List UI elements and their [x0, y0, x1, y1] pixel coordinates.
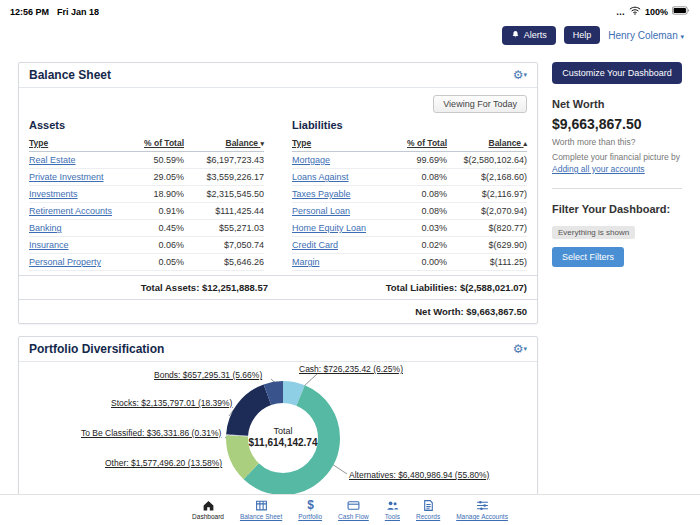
liability-row: Mortgage99.69%$(2,580,102.64): [292, 152, 527, 169]
net-worth-total: Net Worth: $9,663,867.50: [19, 299, 537, 323]
table-icon: [255, 499, 268, 512]
liabilities-title: Liabilities: [292, 119, 527, 131]
pct-of-total-cell: 0.08%: [395, 186, 447, 203]
tab-label: Cash Flow: [338, 513, 369, 520]
tab-portfolio[interactable]: $Portfolio: [298, 499, 322, 520]
pct-of-total-cell: 18.90%: [132, 186, 184, 203]
tab-dashboard[interactable]: Dashboard: [192, 499, 224, 520]
assets-section: Assets Type % of Total Balance ▾ Real Es…: [29, 117, 264, 271]
pct-of-total-cell: 0.06%: [132, 237, 184, 254]
liabilities-section: Liabilities Type % of Total Balance ▴ Mo…: [292, 117, 527, 271]
loans-against-link[interactable]: Loans Against: [292, 172, 349, 182]
chart-label-alternatives[interactable]: Alternatives: $6,480,986.94 (55.80%): [349, 470, 489, 480]
tab-balance-sheet[interactable]: Balance Sheet: [240, 499, 282, 520]
pct-of-total-cell: 0.00%: [395, 254, 447, 271]
assets-title: Assets: [29, 119, 264, 131]
insurance-link[interactable]: Insurance: [29, 240, 69, 250]
battery-percent: 100%: [645, 7, 668, 17]
cellular-icon: …: [616, 7, 625, 17]
credit-card-link[interactable]: Credit Card: [292, 240, 338, 250]
chart-label-to-be-classified[interactable]: To Be Classified: $36,331.86 (0.31%): [81, 428, 221, 438]
balance-cell: $(2,070.94): [447, 203, 527, 220]
home-equity-loan-link[interactable]: Home Equity Loan: [292, 223, 366, 233]
chart-label-cash[interactable]: Cash: $726,235.42 (6.25%): [299, 364, 403, 374]
battery-icon: [672, 6, 690, 17]
total-liabilities: Total Liabilities: $(2,588,021.07): [278, 276, 537, 299]
asset-row: Personal Property0.05%$5,646.26: [29, 254, 264, 271]
assets-col-pct[interactable]: % of Total: [132, 136, 184, 152]
margin-link[interactable]: Margin: [292, 257, 320, 267]
screen: 12:56 PM Fri Jan 18 … 100% Alerts Help H…: [0, 0, 700, 525]
user-menu[interactable]: Henry Coleman ▾: [608, 30, 684, 41]
private-investment-link[interactable]: Private Investment: [29, 172, 104, 182]
liabilities-col-type[interactable]: Type: [292, 136, 395, 152]
chart-label-stocks[interactable]: Stocks: $2,135,797.01 (18.39%): [111, 398, 232, 408]
help-button[interactable]: Help: [564, 26, 601, 44]
liabilities-col-balance[interactable]: Balance ▴: [447, 136, 527, 152]
banking-link[interactable]: Banking: [29, 223, 62, 233]
taxes-payable-link[interactable]: Taxes Payable: [292, 189, 351, 199]
status-bar: 12:56 PM Fri Jan 18 … 100%: [0, 0, 700, 20]
asset-row: Investments18.90%$2,315,545.50: [29, 186, 264, 203]
assets-col-balance[interactable]: Balance ▾: [184, 136, 264, 152]
users-icon: [386, 499, 399, 512]
investments-link[interactable]: Investments: [29, 189, 78, 199]
pct-of-total-cell: 0.08%: [395, 203, 447, 220]
pct-of-total-cell: 0.91%: [132, 203, 184, 220]
customize-dashboard-button[interactable]: Customize Your Dashboard: [552, 62, 682, 84]
gear-icon[interactable]: ⚙▾: [513, 343, 527, 355]
filter-heading: Filter Your Dashboard:: [552, 203, 682, 215]
portfolio-title: Portfolio Diversification: [29, 342, 164, 356]
complete-prefix: Complete your financial picture by: [552, 152, 680, 162]
net-worth-value: $9,663,867.50: [552, 116, 682, 132]
assets-col-type[interactable]: Type: [29, 136, 132, 152]
card-icon: [347, 499, 360, 512]
tab-manage-accounts[interactable]: Manage Accounts: [456, 499, 508, 520]
mortgage-link[interactable]: Mortgage: [292, 155, 330, 165]
asset-row: Retirement Accounts0.91%$111,425.44: [29, 203, 264, 220]
tab-tools[interactable]: Tools: [385, 499, 400, 520]
liability-row: Home Equity Loan0.03%$(820.77): [292, 220, 527, 237]
asset-row: Insurance0.06%$7,050.74: [29, 237, 264, 254]
real-estate-link[interactable]: Real Estate: [29, 155, 76, 165]
tab-cash-flow[interactable]: Cash Flow: [338, 499, 369, 520]
balance-cell: $(820.77): [447, 220, 527, 237]
personal-property-link[interactable]: Personal Property: [29, 257, 101, 267]
pct-of-total-cell: 29.05%: [132, 169, 184, 186]
bell-icon: [511, 30, 520, 41]
pct-of-total-cell: 0.08%: [395, 169, 447, 186]
balance-cell: $(2,580,102.64): [447, 152, 527, 169]
select-filters-button[interactable]: Select Filters: [552, 247, 624, 267]
viewing-for-today-button[interactable]: Viewing For Today: [433, 95, 527, 113]
chart-label-bonds[interactable]: Bonds: $657,295.31 (5.66%): [154, 370, 262, 380]
balance-cell: $7,050.74: [184, 237, 264, 254]
clock: 12:56 PM: [10, 7, 49, 17]
balance-cell: $3,559,226.17: [184, 169, 264, 186]
alerts-button[interactable]: Alerts: [502, 26, 556, 45]
asset-row: Private Investment29.05%$3,559,226.17: [29, 169, 264, 186]
chevron-down-icon: ▾: [523, 345, 527, 352]
retirement-accounts-link[interactable]: Retirement Accounts: [29, 206, 112, 216]
filter-status-badge: Everything is shown: [552, 226, 635, 239]
chart-label-other[interactable]: Other: $1,577,496.20 (13.58%): [105, 458, 222, 468]
assets-table: Type % of Total Balance ▾ Real Estate50.…: [29, 136, 264, 271]
tab-records[interactable]: Records: [416, 499, 440, 520]
balance-cell: $2,315,545.50: [184, 186, 264, 203]
tab-label: Tools: [385, 513, 400, 520]
content: Balance Sheet ⚙▾ Viewing For Today Asset…: [0, 50, 700, 521]
personal-loan-link[interactable]: Personal Loan: [292, 206, 350, 216]
add-accounts-link[interactable]: Adding all your accounts: [552, 164, 645, 174]
chevron-down-icon: ▾: [680, 33, 684, 40]
net-worth-heading: Net Worth: [552, 98, 682, 110]
balance-sheet-title: Balance Sheet: [29, 68, 111, 82]
balance-cell: $(111.25): [447, 254, 527, 271]
tab-label: Balance Sheet: [240, 513, 282, 520]
balance-cell: $111,425.44: [184, 203, 264, 220]
balance-cell: $5,646.26: [184, 254, 264, 271]
doc-icon: [422, 499, 435, 512]
liabilities-col-pct[interactable]: % of Total: [395, 136, 447, 152]
sort-arrow-icon: ▴: [523, 140, 527, 148]
tab-label: Portfolio: [298, 513, 322, 520]
balance-cell: $(2,168.60): [447, 169, 527, 186]
gear-icon[interactable]: ⚙▾: [513, 69, 527, 81]
